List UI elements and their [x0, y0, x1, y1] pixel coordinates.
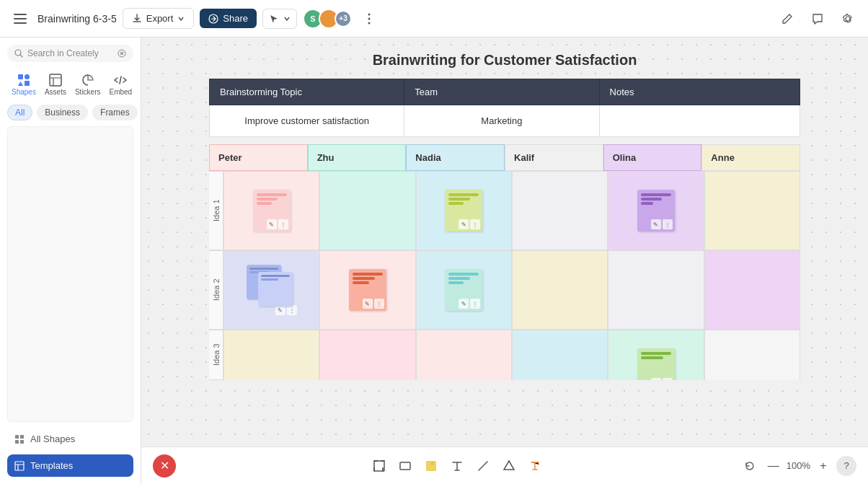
- filter-all[interactable]: All: [7, 105, 32, 120]
- svg-rect-15: [20, 435, 24, 439]
- note-olina3[interactable]: ✎⋮: [637, 348, 675, 380]
- idea-cell-anne1[interactable]: [704, 171, 800, 250]
- idea-cell-nadia3[interactable]: [416, 330, 512, 380]
- person-zhu: Zhu: [308, 144, 407, 171]
- zoom-controls: — 100% + ?: [739, 455, 856, 477]
- idea-cell-anne3[interactable]: [704, 330, 800, 380]
- idea-cell-olina1[interactable]: ✎⋮: [608, 171, 704, 250]
- team-cell: Marketing: [404, 105, 599, 137]
- menu-icon[interactable]: [9, 7, 32, 30]
- undo-icon[interactable]: [739, 455, 761, 477]
- header-table: Brainstorming Topic Team Notes Improve c…: [209, 79, 800, 137]
- idea-cell-olina2[interactable]: [608, 250, 704, 330]
- idea-cell-zhu2[interactable]: ✎⋮: [319, 250, 415, 330]
- more-note-icon[interactable]: ⋮: [663, 219, 673, 229]
- idea-cell-zhu3[interactable]: [319, 330, 415, 380]
- more-note-icon[interactable]: ⋮: [374, 299, 384, 309]
- idea-cell-peter3[interactable]: [223, 330, 319, 380]
- cursor-button[interactable]: [262, 9, 297, 29]
- idea-cell-anne2[interactable]: [704, 250, 800, 330]
- note-olina1[interactable]: ✎⋮: [637, 190, 675, 232]
- topbar-right: [776, 7, 859, 30]
- chat-icon[interactable]: [806, 7, 829, 30]
- idea-cell-nadia2[interactable]: ✎⋮: [416, 250, 512, 330]
- edit-icon[interactable]: [776, 7, 799, 30]
- filter-business[interactable]: Business: [37, 105, 88, 120]
- line-tool[interactable]: [472, 455, 494, 477]
- note-peter1[interactable]: ✎⋮: [253, 190, 291, 232]
- edit-note-icon[interactable]: ✎: [459, 219, 469, 229]
- canvas-title: Brainwriting for Customer Satisfaction: [373, 52, 637, 69]
- note-nadia1[interactable]: ✎⋮: [445, 190, 482, 232]
- shapes-label: Shapes: [12, 88, 36, 96]
- more-note-icon[interactable]: ⋮: [470, 219, 480, 229]
- svg-rect-16: [15, 440, 19, 444]
- svg-rect-2: [14, 22, 27, 24]
- more-options-icon[interactable]: [358, 7, 381, 30]
- avatar-group: S +3: [303, 9, 352, 29]
- main-layout: Search in Creately Shapes Assets Sticker…: [0, 38, 868, 484]
- rectangle-tool[interactable]: [394, 455, 416, 477]
- idea-cell-peter1[interactable]: ✎⋮: [223, 171, 319, 250]
- templates-button[interactable]: Templates: [7, 454, 133, 477]
- person-peter: Peter: [209, 144, 308, 171]
- text-format-tool[interactable]: [524, 455, 546, 477]
- text-tool[interactable]: [446, 455, 468, 477]
- idea-cell-peter2[interactable]: ✎⋮: [223, 250, 319, 330]
- more-note-icon[interactable]: ⋮: [663, 378, 673, 380]
- zoom-in-button[interactable]: +: [815, 457, 832, 475]
- bottom-toolbar: ✕: [141, 446, 868, 484]
- idea-1-row: Idea 1 ✎⋮: [209, 171, 800, 250]
- note-zhu2[interactable]: ✎⋮: [349, 269, 386, 311]
- canvas: Brainwriting for Customer Satisfaction B…: [141, 38, 868, 484]
- idea-3-cells: ✎⋮: [223, 330, 800, 380]
- sidebar-assets[interactable]: Assets: [40, 71, 71, 99]
- edit-note-icon[interactable]: ✎: [363, 299, 373, 309]
- frame-tool[interactable]: [368, 455, 390, 477]
- svg-rect-0: [14, 14, 27, 15]
- svg-rect-1: [14, 18, 27, 19]
- person-nadia: Nadia: [406, 144, 505, 171]
- note-cluster-peter2[interactable]: ✎⋮: [247, 265, 297, 315]
- edit-note-icon[interactable]: ✎: [651, 219, 661, 229]
- sticky-tool[interactable]: [420, 455, 442, 477]
- search-bar[interactable]: Search in Creately: [7, 45, 133, 62]
- sidebar-shapes[interactable]: Shapes: [7, 71, 40, 99]
- idea-cell-zhu1[interactable]: [319, 171, 415, 250]
- share-button[interactable]: Share: [200, 9, 257, 28]
- export-button[interactable]: Export: [123, 8, 195, 29]
- more-note-icon[interactable]: ⋮: [287, 305, 297, 315]
- note-nadia2[interactable]: ✎⋮: [445, 269, 482, 311]
- idea-cell-olina3[interactable]: ✎⋮: [608, 330, 704, 380]
- zoom-out-button[interactable]: —: [765, 457, 782, 475]
- document-title: Brainwriting 6-3-5: [37, 13, 117, 25]
- edit-note-icon[interactable]: ✎: [267, 219, 277, 229]
- all-shapes-label: All Shapes: [30, 434, 75, 444]
- idea-2-label: Idea 2: [209, 250, 223, 330]
- more-note-icon[interactable]: ⋮: [278, 219, 288, 229]
- settings-icon[interactable]: [836, 7, 859, 30]
- idea-cell-kalif2[interactable]: [512, 250, 608, 330]
- assets-label: Assets: [45, 88, 66, 96]
- sidebar-embed[interactable]: Embed: [105, 71, 137, 99]
- close-button[interactable]: ✕: [153, 454, 176, 478]
- edit-note-icon[interactable]: ✎: [459, 299, 469, 309]
- filter-frames[interactable]: Frames: [92, 105, 138, 120]
- edit-note-icon[interactable]: ✎: [651, 378, 661, 380]
- help-button[interactable]: ?: [836, 456, 856, 476]
- polygon-tool[interactable]: [498, 455, 520, 477]
- cluster-note-2[interactable]: [258, 272, 293, 307]
- person-anne: Anne: [701, 144, 800, 171]
- idea-cell-nadia1[interactable]: ✎⋮: [416, 171, 512, 250]
- idea-3-row: Idea 3 ✎⋮: [209, 330, 800, 380]
- share-label: Share: [223, 13, 248, 24]
- all-shapes-button[interactable]: All Shapes: [7, 428, 133, 450]
- more-note-icon[interactable]: ⋮: [470, 299, 480, 309]
- topbar: Brainwriting 6-3-5 Export Share S +3: [0, 0, 868, 38]
- idea-cell-kalif1[interactable]: [512, 171, 608, 250]
- svg-point-5: [368, 17, 371, 19]
- sidebar-stickers[interactable]: Stickers: [71, 71, 105, 99]
- idea-cell-kalif3[interactable]: [512, 330, 608, 380]
- edit-note-icon[interactable]: ✎: [275, 305, 285, 315]
- stickers-label: Stickers: [75, 88, 101, 96]
